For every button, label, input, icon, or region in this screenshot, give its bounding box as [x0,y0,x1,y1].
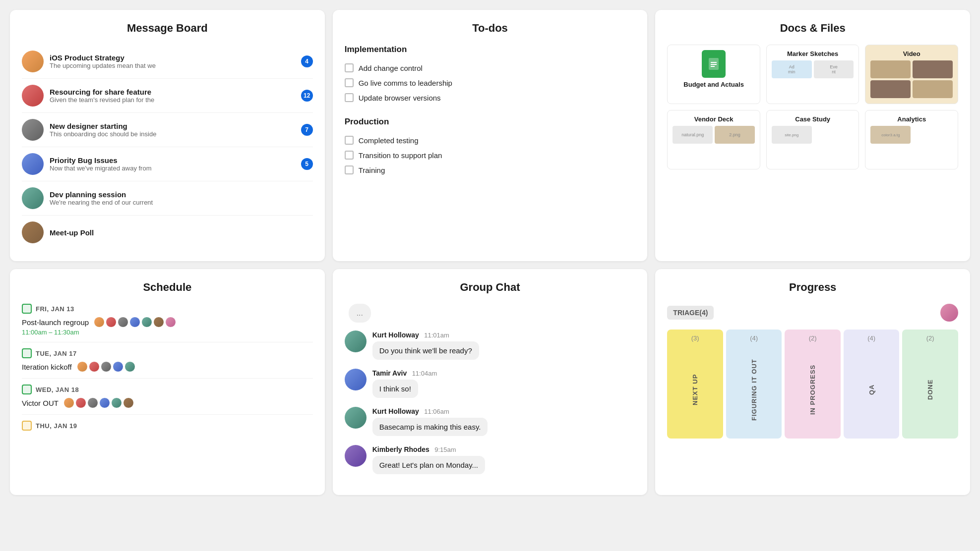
schedule-divider [22,378,313,379]
todo-checkbox[interactable] [345,63,354,72]
doc-item[interactable]: Budget and Actuals [667,45,760,104]
schedule-event[interactable]: FRI, JAN 13 Post-launch regroup 11:00am … [22,304,313,336]
message-preview: Given the team's revised plan for the [50,96,295,104]
progress-header: TRIAGE(4) [667,304,958,322]
todo-item[interactable]: Completed testing [345,133,636,148]
schedule-event[interactable]: WED, JAN 18 Victor OUT [22,385,313,408]
chat-time: 11:06am [424,408,449,415]
message-item[interactable]: Resourcing for share feature Given the t… [22,79,313,113]
chat-message: Tamir Aviv 11:04am I think so! [345,369,636,398]
todo-item[interactable]: Go live comms to leadership [345,75,636,90]
event-title: Post-launch regroup [22,317,313,328]
svg-rect-1 [711,62,717,63]
progress-column[interactable]: (2) IN PROGRESS [785,330,841,439]
schedule-event[interactable]: TUE, JAN 17 Iteration kickoff [22,348,313,372]
mini-avatar [75,397,86,408]
doc-thumbnails: site.png [772,126,854,144]
doc-item[interactable]: Case Study site.png [766,110,859,169]
chat-text: Great! Let's plan on Monday... [372,456,485,474]
message-item[interactable]: Dev planning session We're nearing the e… [22,181,313,216]
video-thumb [870,80,911,98]
progress-count: (3) [691,334,699,342]
chat-time: 11:01am [424,331,449,339]
doc-thumb: Event [814,60,854,78]
chat-avatar [345,331,367,352]
group-chat-title: Group Chat [345,281,636,294]
doc-item[interactable]: Analytics color3.a.tg [865,110,958,169]
docs-card: Docs & Files Budget and Actuals Marker S… [655,10,970,261]
video-thumb [870,60,911,78]
schedule-list: FRI, JAN 13 Post-launch regroup 11:00am … [22,304,313,434]
progress-column[interactable]: (3) NEXT UP [667,330,723,439]
message-title: New designer starting [50,122,295,130]
message-item[interactable]: Priority Bug Issues Now that we've migra… [22,147,313,181]
message-item[interactable]: Meet-up Poll [22,216,313,249]
todo-item[interactable]: Transition to support plan [345,148,636,163]
event-time: 11:00am – 11:30am [22,329,313,336]
doc-item[interactable]: Video [865,45,958,104]
chat-avatar [345,445,367,467]
date-label: WED, JAN 18 [36,386,79,393]
message-title: Priority Bug Issues [50,156,295,165]
todo-checkbox[interactable] [345,165,354,174]
progress-column[interactable]: (4) FIGURING IT OUT [726,330,782,439]
progress-column[interactable]: (4) QA [844,330,900,439]
schedule-card: Schedule FRI, JAN 13 Post-launch regroup… [10,269,325,495]
progress-label: DONE [926,346,934,434]
todo-label: Completed testing [359,136,419,145]
todo-checkbox[interactable] [345,151,354,160]
schedule-title: Schedule [22,281,313,294]
todo-section-title: Implementation [345,45,636,55]
progress-column[interactable]: (2) DONE [902,330,958,439]
message-item[interactable]: New designer starting This onboarding do… [22,113,313,147]
chat-bubble-wrap: Kimberly Rhodes 9:15am Great! Let's plan… [372,445,485,474]
mini-avatar [63,397,74,408]
message-list: iOS Product Strategy The upcoming update… [22,45,313,249]
chat-messages: ... Kurt Holloway 11:01am Do you think w… [345,304,636,474]
mini-avatar [165,317,176,328]
todos-list: Implementation Add change control Go liv… [345,45,636,177]
todo-item[interactable]: Update browser versions [345,90,636,105]
message-preview: This onboarding doc should be inside [50,130,295,138]
mini-avatar [87,397,98,408]
message-content: Priority Bug Issues Now that we've migra… [50,156,295,172]
message-badge: 7 [301,124,313,136]
doc-thumbnails: color3.a.tg [870,126,953,144]
todo-checkbox[interactable] [345,78,354,87]
message-content: Dev planning session We're nearing the e… [50,190,313,206]
video-thumb [913,60,953,78]
avatar [22,187,44,209]
message-badge: 5 [301,158,313,170]
chat-message: Kimberly Rhodes 9:15am Great! Let's plan… [345,445,636,474]
chat-time: 9:15am [434,446,456,453]
progress-label: NEXT UP [691,346,699,434]
todo-section: Production Completed testing Transition … [345,117,636,177]
progress-avatar [940,304,958,322]
chat-sender: Kurt Holloway 11:01am [372,331,479,339]
message-item[interactable]: iOS Product Strategy The upcoming update… [22,45,313,79]
docs-grid: Budget and Actuals Marker Sketches Admin… [667,45,958,169]
message-content: Meet-up Poll [50,228,313,237]
message-board-title: Message Board [22,22,313,35]
schedule-event[interactable]: THU, JAN 19 [22,421,313,434]
todo-checkbox[interactable] [345,136,354,145]
chat-typing-indicator: ... [349,304,371,323]
chat-text: Do you think we'll be ready? [372,341,479,360]
progress-card: Progress TRIAGE(4) (3) NEXT UP (4) FIGUR… [655,269,970,495]
chat-sender-name: Tamir Aviv [372,369,407,377]
doc-item[interactable]: Vendor Deck natural.png 2.png [667,110,760,169]
message-content: Resourcing for share feature Given the t… [50,88,295,104]
doc-title: Video [903,50,920,57]
todo-checkbox[interactable] [345,93,354,102]
avatar [22,153,44,175]
message-preview: Now that we've migrated away from [50,165,295,172]
doc-item[interactable]: Marker Sketches Admin Event [766,45,859,104]
todo-item[interactable]: Training [345,163,636,177]
date-icon [22,385,32,394]
schedule-date: THU, JAN 19 [22,421,313,431]
message-content: New designer starting This onboarding do… [50,122,295,138]
todo-item[interactable]: Add change control [345,60,636,75]
chat-text: I think so! [372,380,418,398]
chat-sender: Kimberly Rhodes 9:15am [372,445,485,454]
todo-label: Transition to support plan [359,151,442,160]
